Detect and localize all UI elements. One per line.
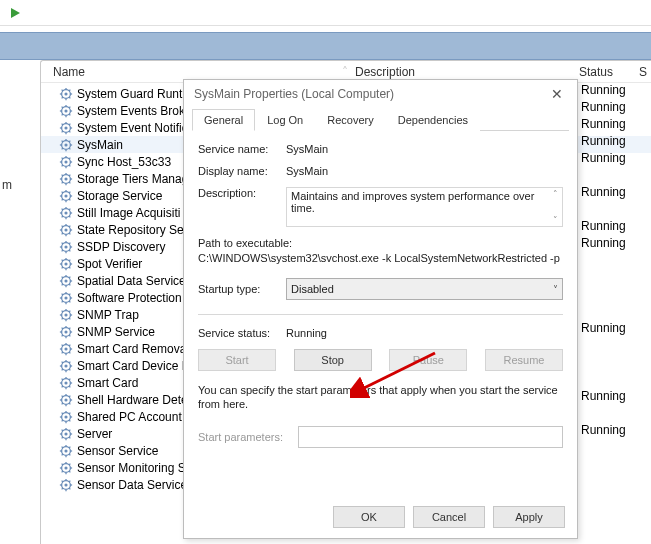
service-label: System Events Broke [77, 104, 192, 118]
service-name-value: SysMain [286, 143, 563, 155]
svg-line-58 [69, 182, 70, 183]
status-value [581, 303, 651, 320]
description-scrollbar[interactable]: ˄˅ [549, 189, 561, 225]
svg-point-232 [64, 483, 67, 486]
dialog-body: Service name: SysMain Display name: SysM… [184, 131, 577, 466]
close-icon[interactable]: ✕ [545, 84, 569, 104]
play-icon[interactable] [8, 6, 22, 20]
svg-line-17 [62, 106, 63, 107]
svg-line-29 [62, 131, 63, 132]
svg-line-167 [62, 361, 63, 362]
svg-line-9 [62, 97, 63, 98]
status-value [581, 337, 651, 354]
service-label: Server [77, 427, 112, 441]
svg-line-99 [62, 250, 63, 251]
left-fragment: m [2, 178, 12, 192]
svg-line-118 [69, 284, 70, 285]
status-value: Running [581, 116, 651, 133]
display-name-label: Display name: [198, 165, 286, 177]
tab-dependencies[interactable]: Dependencies [386, 109, 480, 131]
svg-line-220 [69, 446, 70, 447]
svg-line-147 [62, 327, 63, 328]
gear-icon [59, 223, 73, 237]
start-parameters-label: Start parameters: [198, 431, 298, 443]
ok-button[interactable]: OK [333, 506, 405, 528]
svg-point-12 [64, 109, 67, 112]
gear-icon [59, 240, 73, 254]
service-label: Sync Host_53c33 [77, 155, 171, 169]
svg-line-127 [62, 293, 63, 294]
chevron-down-icon[interactable]: ˅ [549, 215, 561, 225]
svg-line-8 [69, 97, 70, 98]
svg-line-137 [62, 310, 63, 311]
apply-button[interactable]: Apply [493, 506, 565, 528]
gear-icon [59, 138, 73, 152]
service-label: Shell Hardware Dete [77, 393, 188, 407]
gear-icon [59, 393, 73, 407]
tab-general[interactable]: General [192, 109, 255, 131]
svg-point-162 [64, 364, 67, 367]
col-s[interactable]: S [639, 65, 651, 79]
svg-line-97 [62, 242, 63, 243]
service-properties-dialog: SysMain Properties (Local Computer) ✕ Ge… [183, 79, 578, 539]
display-name-value: SysMain [286, 165, 563, 177]
svg-line-60 [69, 174, 70, 175]
tab-recovery[interactable]: Recovery [315, 109, 385, 131]
col-description[interactable]: Description [349, 65, 579, 79]
svg-point-22 [64, 126, 67, 129]
status-value: Running [581, 150, 651, 167]
svg-line-179 [62, 386, 63, 387]
gear-icon [59, 274, 73, 288]
status-value [581, 201, 651, 218]
svg-line-199 [62, 420, 63, 421]
tab-logon[interactable]: Log On [255, 109, 315, 131]
banner-strip [0, 32, 651, 60]
svg-line-227 [62, 463, 63, 464]
resume-button: Resume [485, 349, 563, 371]
svg-point-192 [64, 415, 67, 418]
svg-point-112 [64, 279, 67, 282]
tabs: General Log On Recovery Dependencies [192, 108, 569, 131]
svg-line-68 [69, 199, 70, 200]
svg-line-37 [62, 140, 63, 141]
svg-line-88 [69, 233, 70, 234]
svg-line-150 [69, 327, 70, 328]
svg-line-39 [62, 148, 63, 149]
service-label: Still Image Acquisiti [77, 206, 180, 220]
svg-line-178 [69, 386, 70, 387]
col-status[interactable]: Status [579, 65, 639, 79]
svg-point-32 [64, 143, 67, 146]
svg-point-72 [64, 211, 67, 214]
svg-line-107 [62, 259, 63, 260]
gear-icon [59, 410, 73, 424]
gear-icon [59, 155, 73, 169]
svg-line-128 [69, 301, 70, 302]
svg-line-198 [69, 420, 70, 421]
cancel-button[interactable]: Cancel [413, 506, 485, 528]
chevron-up-icon[interactable]: ˄ [549, 189, 561, 199]
svg-line-48 [69, 165, 70, 166]
dialog-title-text: SysMain Properties (Local Computer) [194, 87, 394, 101]
startup-type-select[interactable]: Disabled ˅ [286, 278, 563, 300]
svg-point-102 [64, 262, 67, 265]
service-label: Shared PC Account [77, 410, 182, 424]
svg-line-240 [69, 480, 70, 481]
svg-line-239 [62, 488, 63, 489]
svg-point-2 [64, 92, 67, 95]
svg-line-87 [62, 225, 63, 226]
gear-icon [59, 121, 73, 135]
svg-line-218 [69, 454, 70, 455]
status-value: Running [581, 184, 651, 201]
svg-line-228 [69, 471, 70, 472]
toolbar [0, 0, 651, 26]
svg-line-89 [62, 233, 63, 234]
gear-icon [59, 104, 73, 118]
svg-line-77 [62, 208, 63, 209]
divider [198, 314, 563, 315]
col-name[interactable]: Name [41, 65, 341, 79]
svg-point-212 [64, 449, 67, 452]
gear-icon [59, 342, 73, 356]
stop-button[interactable]: Stop [294, 349, 372, 371]
start-parameters-input[interactable] [298, 426, 563, 448]
gear-icon [59, 359, 73, 373]
